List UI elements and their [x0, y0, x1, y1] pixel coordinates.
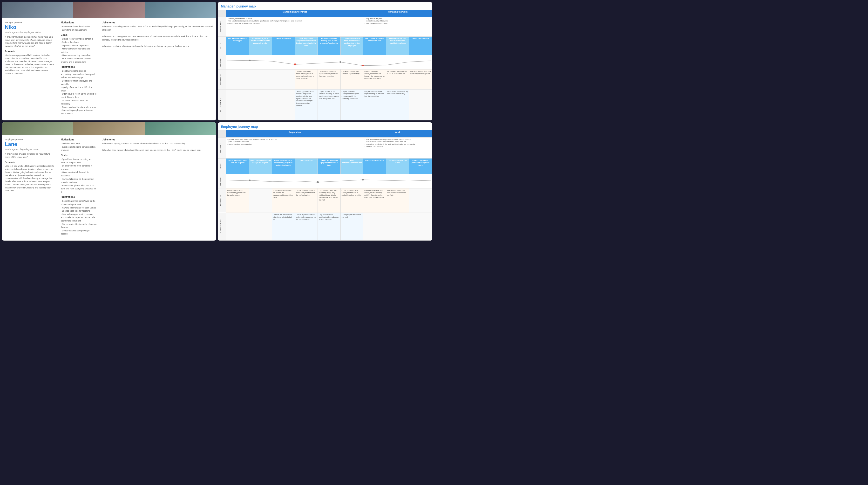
- manager-phase1: Managing new contract: [226, 10, 363, 17]
- employee-photo-1: [2, 122, 73, 136]
- employee-opp-label: OPPORTUNITIES: [218, 212, 226, 240]
- manager-emotions-row: EMOTIONS: [218, 55, 432, 69]
- employee-motivations: - minimize extra work - avoid conflicts …: [61, 142, 96, 152]
- employee-journey-title: Employee journey map: [218, 122, 432, 130]
- manager-opportunities-row: OPPORTUNITIES - Autosuggestions of the a…: [218, 89, 432, 120]
- svg-point-1: [362, 65, 364, 66]
- manager-persona-right: Job stories When I am scheduling new wor…: [102, 21, 213, 117]
- manager-step-9: Gets a new from the: [409, 36, 432, 55]
- manager-persona-name: Niko: [5, 24, 55, 30]
- employee-pain-2: [249, 189, 272, 212]
- manager-pain-6: - Task is communicated either on paper o…: [340, 69, 363, 89]
- employee-pain-6: - If the location is new employee often …: [340, 189, 363, 212]
- employee-steps-row: STEPS Get a phone call with new job requ…: [218, 159, 432, 174]
- employee-phase1: Preparation: [226, 130, 363, 138]
- manager-step-3: Gets the contract: [272, 36, 294, 55]
- manager-steps-label: STEPS: [218, 36, 226, 55]
- manager-pain-1: [226, 69, 249, 89]
- employee-journey-panel: Employee journey map: [218, 122, 432, 241]
- employee-job-stories: When I start my day, I want to know what…: [102, 142, 213, 152]
- employee-photo-3: [145, 122, 216, 136]
- manager-pain-4: - It's difficult to find a match. Manage…: [294, 69, 317, 89]
- employee-phase2: Work: [363, 130, 432, 138]
- manager-step-8: Reschedule the task with available and q…: [386, 36, 409, 55]
- manager-opp-5: - Digital version of the schedule can he…: [317, 89, 340, 120]
- manager-motivations: - Have control over the situation - Save…: [61, 25, 96, 32]
- manager-minigoals-label: MINI GOALS: [218, 17, 226, 36]
- manager-opp-6: - Digital tasks with description can sup…: [340, 89, 363, 120]
- employee-step-2: Check the schedule and accept the reques…: [249, 159, 272, 174]
- manager-persona-middle: Motivations - Have control over the situ…: [61, 21, 99, 117]
- employee-opp-3: - Time in the office can be minimize or …: [272, 212, 294, 240]
- manager-pain-7: - neither manager, employee or client ar…: [363, 69, 386, 89]
- manager-photos: [2, 2, 216, 18]
- employee-step-4: Plans the route: [294, 159, 317, 174]
- employee-opportunities-row: OPPORTUNITIES - Time in the office can b…: [218, 212, 432, 240]
- manager-persona-panel: Manager persona Niko Middle age • Univer…: [2, 2, 216, 120]
- manager-photo-3: [145, 2, 216, 18]
- employee-opp-1: [226, 212, 249, 240]
- manager-minigoals-p2: - keep track of the jobs - ensure the qu…: [363, 17, 432, 36]
- employee-emotion-svg: [227, 175, 431, 187]
- employee-minigoals-p2: - have a clear understandng of what and …: [363, 138, 432, 159]
- manager-step-1: Get a new request for weekly job: [226, 36, 249, 55]
- manager-frustrations: - Don't have clear picture on accounting…: [61, 69, 96, 115]
- manager-painpoints-label: PAINPOINTS: [218, 69, 226, 89]
- svg-point-2: [249, 60, 251, 61]
- manager-pain-9: - the less som the work qua more comple …: [409, 69, 432, 89]
- employee-opp-8: [386, 212, 409, 240]
- manager-motivations-title: Motivations: [61, 21, 96, 24]
- manager-opp-3: [272, 89, 294, 120]
- employee-step-3: Come to the office in the morning to get…: [272, 159, 294, 174]
- manager-job-stories: When I am scheduling new work site, I wa…: [102, 25, 213, 48]
- employee-emotions-curve: [226, 174, 432, 189]
- manager-journey-table: Managing new contract Managing the work …: [218, 10, 432, 120]
- manager-pain-3: [272, 69, 294, 89]
- manager-journey-map: Managing new contract Managing the work …: [218, 10, 432, 120]
- employee-goals: - Spend less time on reporting and more …: [61, 158, 96, 194]
- manager-minigoals-row: MINI GOALS - correctly estimate new cont…: [218, 17, 432, 36]
- manager-step-4: Find a qualified employee available for …: [294, 36, 317, 55]
- manager-opp-label: OPPORTUNITIES: [218, 89, 226, 120]
- manager-scenario-text: Niko is managing several field workers. …: [5, 54, 55, 75]
- manager-journey-title: Manager journey map: [218, 2, 432, 10]
- manager-opp-8: - checklists, p and client sig can help …: [386, 89, 409, 120]
- manager-step-2: Estimate the job in hours and difficulty…: [249, 36, 272, 55]
- employee-minigoals-row: MINI GOALS - prepare for the work so no …: [218, 138, 432, 159]
- employee-scenario-title: Scenario: [5, 161, 55, 164]
- manager-painpoints-row: PAINPOINTS - It's difficult to find a ma…: [218, 69, 432, 89]
- manager-steps-row: STEPS Get a new request for weekly job E…: [218, 36, 432, 55]
- employee-persona-right: Job stories When I start my day, I want …: [102, 138, 213, 238]
- manager-phase-row: Managing new contract Managing the work: [218, 10, 432, 17]
- employee-photo-2: [73, 122, 145, 136]
- manager-persona-label: Manager persona: [5, 21, 55, 24]
- employee-painpoints-row: PAINPOINTS - all the switches are discus…: [218, 189, 432, 212]
- employee-persona-name: Lane: [5, 141, 55, 147]
- manager-pain-2: [249, 69, 272, 89]
- employee-persona-panel: Employee persona Lane Middle age • Colle…: [2, 122, 216, 241]
- manager-goals: - Create resource efficient schedule - R…: [61, 37, 96, 64]
- manager-persona-left: Manager persona Niko Middle age • Univer…: [5, 21, 58, 117]
- manager-photo-1: [2, 2, 73, 18]
- employee-pain-5: - If employees don't have necessary thin…: [317, 189, 340, 212]
- manager-goals-title: Goals: [61, 33, 96, 36]
- svg-point-6: [362, 179, 364, 180]
- manager-opp-4: - Autosuggestions of the available emplo…: [294, 89, 317, 120]
- employee-step-5: Checks for additional equipment/material…: [317, 159, 340, 174]
- manager-opp-2: [249, 89, 272, 120]
- employee-job-stories-title: Job stories: [102, 138, 213, 141]
- employee-opp-2: [249, 212, 272, 240]
- employee-pain-9: [409, 189, 432, 212]
- employee-goals-title: Goals: [61, 154, 96, 156]
- manager-opp-1: [226, 89, 249, 120]
- employee-frustrations-title: Frustrations: [61, 196, 96, 198]
- employee-persona-content: Employee persona Lane Middle age • Colle…: [2, 135, 216, 240]
- employee-opp-6: - Company usually covers gas cost: [340, 212, 363, 240]
- employee-pain-7: - Manual work is the work employees are …: [363, 189, 386, 212]
- employee-minigoals-p1: - prepare for the work so no extra visit…: [226, 138, 363, 159]
- svg-point-3: [340, 61, 341, 63]
- employee-scenario-text: Lane is a field worker. He has several l…: [5, 165, 55, 192]
- employee-journey-table: Preparation Work MINI GOALS - prepare fo…: [218, 130, 432, 241]
- svg-point-0: [294, 63, 296, 65]
- employee-persona-label: Employee persona: [5, 138, 55, 141]
